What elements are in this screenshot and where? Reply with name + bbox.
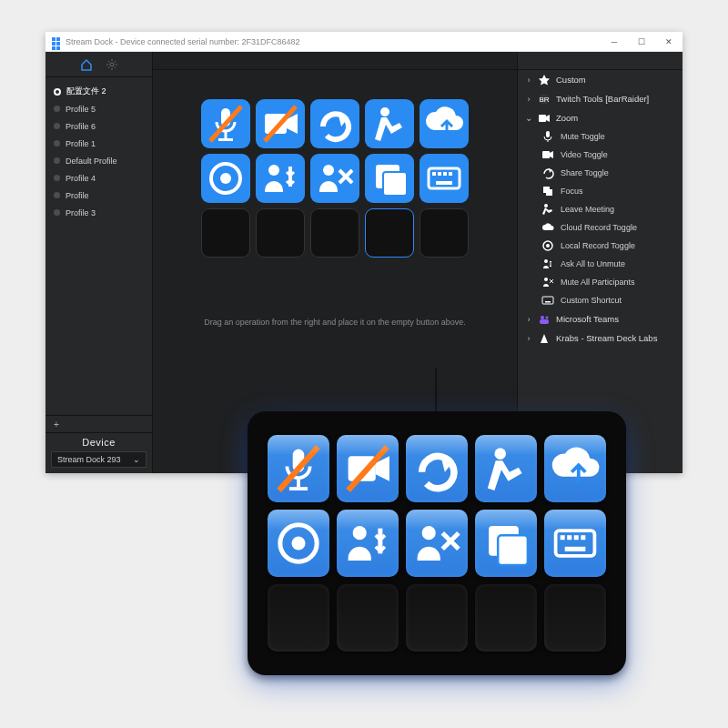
- focus-key[interactable]: [365, 154, 414, 203]
- actions-panel: › Custom› Twitch Tools [BarRaider]⌄ Zoom…: [517, 52, 682, 473]
- action-item[interactable]: Custom Shortcut: [518, 291, 682, 309]
- profile-item[interactable]: 配置文件 2: [46, 83, 152, 100]
- empty-key[interactable]: [420, 208, 469, 258]
- action-item[interactable]: Mute Toggle: [518, 127, 682, 146]
- ask-unmute-icon: [541, 258, 554, 270]
- action-item-label: Mute All Participants: [561, 278, 635, 287]
- app-logo-icon: [51, 36, 61, 46]
- mute-toggle-icon: [541, 130, 554, 143]
- app-window: Stream Dock - Device connected serial nu…: [46, 32, 682, 473]
- action-item-label: Mute Toggle: [561, 132, 605, 141]
- empty-key[interactable]: [256, 208, 305, 258]
- chevron-down-icon: ⌄: [525, 113, 532, 123]
- minimize-button[interactable]: ─: [601, 32, 628, 52]
- action-item[interactable]: Mute All Participants: [518, 273, 682, 291]
- ask-unmute-device-key[interactable]: [337, 510, 399, 577]
- action-item[interactable]: Ask All to Unmute: [518, 255, 682, 273]
- empty-device-key[interactable]: [475, 584, 537, 652]
- profile-item[interactable]: Default Profile: [46, 152, 152, 169]
- local-record-key[interactable]: [201, 154, 250, 203]
- mute-toggle-device-key[interactable]: [268, 435, 329, 502]
- focus-device-key[interactable]: [475, 510, 537, 577]
- action-group[interactable]: ⌄ Zoom: [518, 108, 682, 127]
- video-toggle-key[interactable]: [256, 99, 305, 148]
- video-toggle-device-key[interactable]: [337, 435, 399, 502]
- titlebar: Stream Dock - Device connected serial nu…: [46, 32, 682, 52]
- maximize-button[interactable]: ☐: [628, 32, 655, 52]
- device-header: Device: [46, 433, 152, 450]
- action-group-label: Custom: [556, 75, 586, 85]
- local-record-device-key[interactable]: [268, 510, 329, 577]
- action-item-label: Cloud Record Toggle: [561, 223, 637, 232]
- chevron-right-icon: ›: [525, 314, 532, 324]
- action-item-label: Local Record Toggle: [561, 241, 635, 250]
- physical-device: [248, 411, 626, 675]
- cloud-record-device-key[interactable]: [544, 435, 606, 502]
- close-button[interactable]: ✕: [655, 32, 682, 52]
- action-item-label: Custom Shortcut: [561, 296, 622, 305]
- canvas-hint: Drag an operation from the right and pla…: [204, 318, 466, 327]
- action-item-label: Share Toggle: [561, 168, 609, 177]
- action-group-label: Twitch Tools [BarRaider]: [556, 94, 649, 104]
- action-group[interactable]: › Microsoft Teams: [518, 309, 682, 329]
- profile-item[interactable]: Profile: [46, 187, 152, 204]
- ask-unmute-key[interactable]: [256, 154, 305, 203]
- svg-point-41: [110, 63, 114, 66]
- settings-tab-icon[interactable]: [106, 58, 118, 71]
- action-item[interactable]: Leave Meeting: [518, 200, 682, 218]
- profile-item[interactable]: Profile 4: [46, 169, 152, 187]
- local-record-icon: [541, 239, 554, 252]
- add-profile-button[interactable]: +: [46, 415, 152, 433]
- action-item[interactable]: Share Toggle: [518, 164, 682, 182]
- action-item[interactable]: Cloud Record Toggle: [518, 218, 682, 237]
- share-toggle-key[interactable]: [310, 99, 359, 148]
- device-select-value: Stream Dock 293: [57, 455, 121, 464]
- share-toggle-icon: [541, 167, 554, 179]
- focus-icon: [541, 185, 554, 197]
- leave-meeting-device-key[interactable]: [475, 435, 537, 502]
- video-toggle-icon: [541, 148, 554, 161]
- mute-toggle-key[interactable]: [201, 99, 250, 148]
- chevron-right-icon: ›: [525, 94, 532, 104]
- profile-item[interactable]: Profile 1: [46, 135, 152, 152]
- action-item-label: Focus: [561, 187, 583, 196]
- chevron-down-icon: ⌄: [133, 455, 140, 464]
- custom-shortcut-key[interactable]: [420, 154, 469, 203]
- profile-item[interactable]: Profile 3: [46, 204, 152, 221]
- empty-device-key[interactable]: [406, 584, 468, 652]
- custom-icon: [538, 74, 551, 86]
- action-group[interactable]: › Custom: [518, 70, 682, 89]
- empty-key[interactable]: [365, 208, 414, 258]
- chevron-right-icon: ›: [525, 75, 532, 85]
- profile-list: 配置文件 2Profile 5Profile 6Profile 1Default…: [46, 77, 152, 227]
- profile-item[interactable]: Profile 5: [46, 100, 152, 117]
- device-key-grid: [268, 435, 606, 652]
- custom-shortcut-icon: [541, 294, 554, 307]
- action-item[interactable]: Focus: [518, 182, 682, 200]
- mute-all-key[interactable]: [310, 154, 359, 203]
- empty-key[interactable]: [310, 208, 359, 258]
- action-item[interactable]: Local Record Toggle: [518, 237, 682, 255]
- profile-item[interactable]: Profile 6: [46, 117, 152, 135]
- share-toggle-device-key[interactable]: [406, 435, 468, 502]
- mute-all-device-key[interactable]: [406, 510, 468, 577]
- action-group-label: Microsoft Teams: [556, 314, 619, 324]
- leave-meeting-key[interactable]: [365, 99, 414, 148]
- empty-device-key[interactable]: [544, 584, 606, 652]
- custom-shortcut-device-key[interactable]: [544, 510, 606, 577]
- empty-device-key[interactable]: [337, 584, 399, 652]
- empty-device-key[interactable]: [268, 584, 329, 652]
- key-grid: [201, 99, 469, 258]
- action-group-label: Krabs - Stream Deck Labs: [556, 333, 657, 343]
- action-item[interactable]: Video Toggle: [518, 146, 682, 164]
- home-tab-icon[interactable]: [80, 58, 93, 71]
- empty-key[interactable]: [201, 208, 250, 258]
- cloud-record-icon: [541, 221, 554, 234]
- cloud-record-key[interactable]: [420, 99, 469, 148]
- action-group[interactable]: › Twitch Tools [BarRaider]: [518, 89, 682, 108]
- action-group[interactable]: › Krabs - Stream Deck Labs: [518, 329, 682, 348]
- krabs-icon: [538, 332, 551, 345]
- device-select[interactable]: Stream Dock 293 ⌄: [51, 451, 147, 468]
- leave-meeting-icon: [541, 203, 554, 216]
- chevron-right-icon: ›: [525, 333, 532, 343]
